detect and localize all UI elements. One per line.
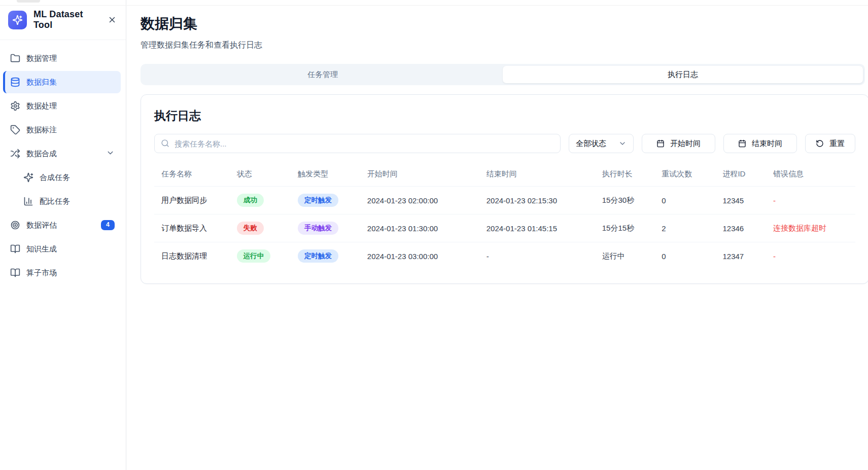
- sidebar-close-button[interactable]: [108, 15, 117, 24]
- chevron-down-icon: [618, 139, 627, 148]
- start-time-label: 开始时间: [670, 139, 701, 149]
- cell-duration: 运行中: [598, 242, 657, 270]
- column-header: 触发类型: [294, 164, 363, 187]
- trigger-badge: 定时触发: [298, 194, 338, 207]
- cell-retry-count: 0: [657, 187, 718, 214]
- cell-retry-count: 2: [657, 214, 718, 242]
- column-header: 重试次数: [657, 164, 718, 187]
- book-open-icon: [10, 244, 20, 254]
- cell-end-time: 2024-01-23 02:15:30: [482, 187, 598, 214]
- cell-start-time: 2024-01-23 03:00:00: [363, 242, 482, 270]
- cell-end-time: -: [482, 242, 598, 270]
- tab-bar: 任务管理 执行日志: [141, 64, 865, 85]
- cell-trigger: 手动触发: [294, 214, 363, 242]
- sidebar-item-knowledge-generation[interactable]: 知识生成: [3, 238, 121, 260]
- column-header: 结束时间: [482, 164, 598, 187]
- rotate-ccw-icon: [816, 139, 824, 148]
- sidebar-item-ratio-tasks[interactable]: 配比任务: [3, 190, 121, 212]
- trigger-badge: 手动触发: [298, 222, 338, 235]
- sparkles-icon: [23, 172, 33, 183]
- calendar-icon: [738, 139, 746, 148]
- table-row: 订单数据导入失败手动触发2024-01-23 01:30:002024-01-2…: [154, 214, 855, 242]
- search-icon: [161, 139, 169, 148]
- sidebar-nav: 数据管理 数据归集 数据处理 数据标注 数据合成 合成任务: [0, 40, 126, 291]
- sidebar-item-data-processing[interactable]: 数据处理: [3, 95, 121, 117]
- top-divider: [0, 5, 868, 6]
- cell-error-message: 连接数据库超时: [769, 214, 855, 242]
- close-icon: [108, 15, 117, 24]
- sidebar-header: ML Dataset Tool: [0, 0, 126, 40]
- page-title: 数据归集: [141, 15, 864, 32]
- app-title: ML Dataset Tool: [33, 9, 101, 30]
- sidebar-item-label: 算子市场: [26, 268, 57, 278]
- cell-start-time: 2024-01-23 02:00:00: [363, 187, 482, 214]
- cell-process-id: 12346: [718, 214, 769, 242]
- sidebar-item-label: 配比任务: [40, 197, 70, 206]
- sidebar-item-label: 数据标注: [26, 125, 57, 135]
- sidebar: ML Dataset Tool 数据管理 数据归集 数据处理 数据标注: [0, 0, 126, 470]
- end-time-button[interactable]: 结束时间: [723, 134, 797, 153]
- sidebar-item-operator-market[interactable]: 算子市场: [3, 262, 121, 284]
- cell-error-message: -: [769, 187, 855, 214]
- cell-trigger: 定时触发: [294, 242, 363, 270]
- search-box: [154, 134, 561, 153]
- search-input[interactable]: [154, 134, 561, 153]
- status-badge: 成功: [237, 194, 264, 207]
- sidebar-item-data-management[interactable]: 数据管理: [3, 47, 121, 69]
- start-time-button[interactable]: 开始时间: [642, 134, 715, 153]
- panel-title: 执行日志: [154, 108, 855, 124]
- status-filter-value: 全部状态: [576, 139, 606, 149]
- sparkles-logo-icon: [12, 15, 23, 25]
- logs-table: 任务名称状态触发类型开始时间结束时间执行时长重试次数进程ID错误信息 用户数据同…: [154, 164, 855, 270]
- top-edge-artifact: [17, 0, 40, 3]
- sidebar-item-synthesis-tasks[interactable]: 合成任务: [3, 166, 121, 189]
- app-logo: [8, 11, 27, 29]
- column-header: 开始时间: [363, 164, 482, 187]
- table-row: 日志数据清理运行中定时触发2024-01-23 03:00:00-运行中0123…: [154, 242, 855, 270]
- status-badge: 运行中: [237, 249, 271, 263]
- sidebar-item-data-labeling[interactable]: 数据标注: [3, 119, 121, 141]
- trigger-badge: 定时触发: [298, 249, 338, 263]
- tab-execution-logs[interactable]: 执行日志: [503, 66, 863, 83]
- column-header: 执行时长: [598, 164, 657, 187]
- cell-retry-count: 0: [657, 242, 718, 270]
- target-icon: [10, 220, 20, 230]
- sidebar-item-data-collection[interactable]: 数据归集: [3, 71, 121, 93]
- status-filter-select[interactable]: 全部状态: [569, 134, 634, 153]
- sidebar-item-label: 数据合成: [26, 149, 57, 159]
- cell-status: 失败: [233, 214, 294, 242]
- cell-duration: 15分30秒: [598, 187, 657, 214]
- cell-status: 成功: [233, 187, 294, 214]
- cell-error-message: -: [769, 242, 855, 270]
- cell-duration: 15分15秒: [598, 214, 657, 242]
- cell-trigger: 定时触发: [294, 187, 363, 214]
- bar-chart-icon: [23, 196, 33, 206]
- gear-icon: [10, 101, 20, 111]
- main-content: 数据归集 管理数据归集任务和查看执行日志 任务管理 执行日志 执行日志 全部状态…: [126, 0, 868, 470]
- reset-button[interactable]: 重置: [805, 134, 855, 153]
- cell-process-id: 12347: [718, 242, 769, 270]
- table-header-row: 任务名称状态触发类型开始时间结束时间执行时长重试次数进程ID错误信息: [154, 164, 855, 187]
- column-header: 错误信息: [769, 164, 855, 187]
- shuffle-icon: [10, 149, 20, 159]
- sidebar-item-data-synthesis[interactable]: 数据合成: [3, 142, 121, 165]
- cell-start-time: 2024-01-23 01:30:00: [363, 214, 482, 242]
- cell-task-name: 日志数据清理: [154, 242, 233, 270]
- cell-process-id: 12345: [718, 187, 769, 214]
- cell-status: 运行中: [233, 242, 294, 270]
- chevron-down-icon[interactable]: [106, 149, 115, 159]
- page-subtitle: 管理数据归集任务和查看执行日志: [141, 40, 864, 51]
- sidebar-item-label: 数据评估: [26, 221, 57, 230]
- sidebar-item-data-evaluation[interactable]: 数据评估 4: [3, 214, 121, 236]
- end-time-label: 结束时间: [752, 139, 782, 149]
- table-row: 用户数据同步成功定时触发2024-01-23 02:00:002024-01-2…: [154, 187, 855, 214]
- execution-logs-panel: 执行日志 全部状态 开始时间 结束时间: [141, 94, 868, 284]
- evaluation-count-badge: 4: [101, 220, 115, 230]
- status-badge: 失败: [237, 222, 264, 235]
- cell-task-name: 用户数据同步: [154, 187, 233, 214]
- folder-icon: [10, 53, 20, 63]
- filter-toolbar: 全部状态 开始时间 结束时间 重置: [154, 134, 855, 153]
- cell-end-time: 2024-01-23 01:45:15: [482, 214, 598, 242]
- tab-task-management[interactable]: 任务管理: [143, 66, 503, 83]
- tag-icon: [10, 125, 20, 135]
